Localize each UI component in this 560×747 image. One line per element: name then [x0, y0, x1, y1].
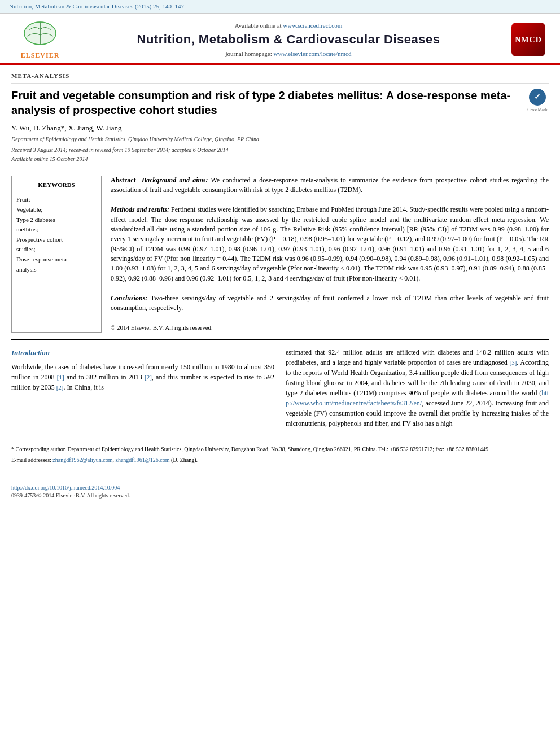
intro-right-text: estimated that 92.4 million adults are a…: [286, 347, 549, 429]
affiliation: Department of Epidemiology and Health St…: [11, 136, 549, 143]
main-divider: [11, 339, 549, 340]
corresponding-author-footnote: * Corresponding author. Department of Ep…: [11, 445, 549, 453]
divider-1: [11, 171, 549, 171]
keyword-4: Prospective cohortstudies;: [16, 235, 97, 255]
journal-title-section: Available online at www.sciencedirect.co…: [71, 21, 506, 59]
background-label: Background and aims:: [142, 176, 208, 184]
citation-text: Nutrition, Metabolism & Cardiovascular D…: [9, 3, 184, 10]
article-type: META-ANALYSIS: [11, 72, 549, 83]
elsevier-wordmark: ELSEVIER: [21, 51, 60, 60]
keyword-1: Fruit;: [16, 195, 97, 205]
crossmark-badge[interactable]: ✓ CrossMark: [526, 88, 549, 113]
journal-title: Nutrition, Metabolism & Cardiovascular D…: [77, 31, 500, 49]
abstract-keywords-section: KEYWORDS Fruit; Vegetable; Type 2 diabet…: [11, 176, 549, 333]
two-column-section: Introduction Worldwide, the cases of dia…: [11, 347, 549, 429]
elsevier-logo-section: ELSEVIER: [9, 19, 71, 60]
footer-doi: http://dx.doi.org/10.1016/j.numecd.2014.…: [11, 484, 549, 492]
crossmark-icon: ✓: [529, 89, 546, 106]
introduction-heading: Introduction: [11, 347, 274, 359]
article-dates: Received 3 August 2014; received in revi…: [11, 146, 549, 164]
intro-left-text: Worldwide, the cases of diabetes have in…: [11, 362, 274, 392]
ref-2[interactable]: [2]: [145, 374, 152, 381]
keywords-box: KEYWORDS Fruit; Vegetable; Type 2 diabet…: [11, 176, 102, 333]
elsevier-tree-image: [20, 19, 60, 50]
keywords-list: Fruit; Vegetable; Type 2 diabetesmellitu…: [16, 195, 97, 274]
footer-bar: http://dx.doi.org/10.1016/j.numecd.2014.…: [0, 480, 560, 503]
keywords-title: KEYWORDS: [16, 181, 97, 191]
abstract-box: Abstract Background and aims: We conduct…: [111, 176, 549, 333]
copyright: © 2014 Elsevier B.V. All rights reserved…: [111, 324, 213, 331]
nmcd-logo: NMCD: [511, 23, 545, 56]
email-1-link[interactable]: zhangdf1962@aliyun.com: [53, 457, 112, 463]
conclusions-text: Two-three servings/day of vegetable and …: [111, 294, 549, 312]
footer-copyright: 0939-4753/© 2014 Elsevier B.V. All right…: [11, 492, 549, 500]
who-url[interactable]: http://www.who.int/mediacentre/factsheet…: [286, 389, 549, 407]
ref-3[interactable]: [3]: [509, 359, 517, 366]
keyword-3: Type 2 diabetesmellitus;: [16, 215, 97, 235]
methods-label: Methods and results:: [111, 206, 169, 213]
keyword-2: Vegetable;: [16, 205, 97, 215]
journal-header: ELSEVIER Available online at www.science…: [0, 14, 560, 65]
article-title: Fruit and vegetable consumption and risk…: [11, 88, 517, 117]
email-footnote: E-mail addresses: zhangdf1962@aliyun.com…: [11, 456, 549, 464]
homepage-link[interactable]: www.elsevier.com/locate/nmcd: [273, 50, 351, 57]
methods-text: Pertinent studies were identified by sea…: [111, 206, 549, 282]
article-content: META-ANALYSIS Fruit and vegetable consum…: [0, 65, 560, 473]
left-column: Introduction Worldwide, the cases of dia…: [11, 347, 274, 429]
keyword-5: Dose-response meta-analysis: [16, 255, 97, 274]
crossmark-label: CrossMark: [527, 107, 548, 113]
sciencedirect-link[interactable]: www.sciencedirect.com: [283, 22, 342, 29]
citation-bar: Nutrition, Metabolism & Cardiovascular D…: [0, 0, 560, 14]
conclusions-label: Conclusions:: [111, 294, 147, 302]
doi-link[interactable]: http://dx.doi.org/10.1016/j.numecd.2014.…: [11, 484, 120, 491]
authors: Y. Wu, D. Zhang*, X. Jiang, W. Jiang: [11, 123, 549, 133]
title-section: Fruit and vegetable consumption and risk…: [11, 88, 549, 117]
journal-homepage: journal homepage: www.elsevier.com/locat…: [77, 50, 500, 58]
available-online-text: Available online at www.sciencedirect.co…: [77, 21, 500, 30]
ref-1[interactable]: [1]: [57, 374, 64, 381]
footnote-section: * Corresponding author. Department of Ep…: [11, 440, 549, 464]
nmcd-logo-section: NMCD: [506, 23, 551, 56]
abstract-label: Abstract: [111, 176, 136, 184]
ref-2b[interactable]: [2]: [56, 384, 64, 391]
right-column: estimated that 92.4 million adults are a…: [286, 347, 549, 429]
email-2-link[interactable]: zhangdf1961@126.com: [115, 457, 169, 463]
